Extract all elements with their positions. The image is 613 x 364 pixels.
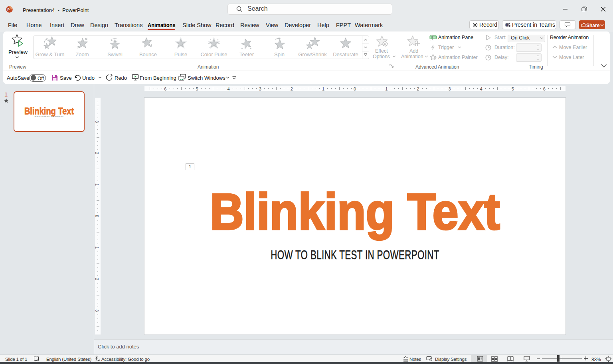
- svg-text:P: P: [7, 8, 10, 12]
- svg-text:T: T: [506, 24, 508, 26]
